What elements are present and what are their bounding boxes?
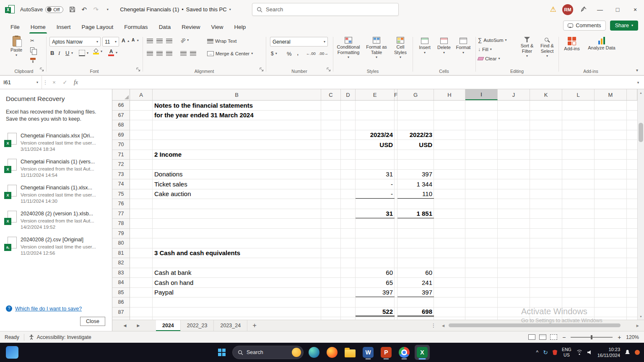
recovery-file-item[interactable]: XChengetai Financials (1).xlsx...Version…	[4, 185, 108, 205]
clock[interactable]: 10:23 16/11/2024	[597, 346, 620, 359]
comma-style-button[interactable]: ,	[297, 49, 299, 57]
volume-icon[interactable]	[587, 350, 593, 355]
fill-color-button[interactable]: ▾	[93, 49, 102, 54]
recovery-file-item[interactable]: XChengetai Financials.xlsx [Ori...Versio…	[4, 133, 108, 153]
column-header-I[interactable]: I	[465, 89, 498, 100]
taskbar-app-chrome[interactable]	[397, 345, 412, 360]
cell-F77[interactable]: 31	[356, 209, 395, 219]
cell-B75[interactable]: Cake auction	[153, 189, 191, 199]
cell-F70[interactable]: USD	[356, 140, 395, 150]
increase-indent-button[interactable]	[190, 51, 196, 56]
page-layout-view-icon[interactable]	[539, 334, 546, 340]
notifications-bell-icon[interactable]	[625, 350, 630, 355]
number-dialog-launcher[interactable]	[327, 67, 331, 73]
comments-button[interactable]: Comments	[563, 21, 605, 31]
decrease-indent-button[interactable]	[180, 51, 187, 56]
insert-cells-button[interactable]: Insert ▾	[416, 38, 434, 54]
cell-F87[interactable]: 522	[356, 308, 395, 317]
undo-button[interactable]: ↶	[78, 3, 90, 16]
decrease-decimal-button[interactable]: .00→	[319, 51, 328, 56]
language-indicator[interactable]: ENG US	[562, 347, 571, 357]
italic-button[interactable]: I	[58, 50, 60, 57]
network-icon[interactable]	[576, 350, 583, 355]
grid-body[interactable]: 66Notes to the financial statements67for…	[112, 101, 637, 320]
underline-button[interactable]: U	[65, 50, 69, 56]
page-break-view-icon[interactable]	[550, 334, 557, 340]
row-header-66[interactable]: 66	[112, 101, 130, 111]
column-header-J[interactable]: J	[498, 89, 530, 100]
hscroll-right-arrow[interactable]: ▶	[636, 320, 639, 331]
name-box-resize-handle[interactable]: ⋮	[42, 76, 49, 89]
security-alert-icon[interactable]	[553, 350, 557, 355]
row-header-81[interactable]: 81	[112, 248, 130, 259]
column-header-C[interactable]: C	[321, 89, 341, 100]
zoom-level[interactable]: 120%	[626, 334, 639, 340]
row-header-77[interactable]: 77	[112, 209, 130, 219]
search-box[interactable]: Search	[252, 3, 399, 16]
excel-logo-icon[interactable]: X	[5, 5, 15, 15]
cell-B83[interactable]: Cash at bank	[153, 268, 191, 278]
align-right-button[interactable]	[166, 51, 172, 56]
grow-font-button[interactable]: A▲	[122, 38, 130, 43]
cell-G73[interactable]: 397	[397, 170, 434, 179]
format-painter-button[interactable]	[30, 58, 36, 60]
notification-badge-icon[interactable]	[635, 350, 640, 355]
ribbon-tab-page-layout[interactable]: Page Layout	[76, 21, 119, 34]
start-button[interactable]	[214, 345, 229, 360]
clear-button[interactable]: Clear▾	[478, 56, 500, 61]
ribbon-tab-review[interactable]: Review	[176, 21, 205, 34]
merge-center-button[interactable]: ↔ Merge & Center ▾	[207, 51, 253, 56]
taskbar-search[interactable]: Search	[232, 346, 304, 359]
widgets-icon[interactable]	[6, 346, 18, 359]
row-header-80[interactable]: 80	[112, 238, 130, 248]
row-header-84[interactable]: 84	[112, 278, 130, 288]
redo-button[interactable]: ↷	[90, 3, 101, 16]
cut-button[interactable]: ✂	[30, 38, 34, 44]
row-header-68[interactable]: 68	[112, 120, 130, 130]
cell-B66[interactable]: Notes to the financial statements	[153, 101, 253, 110]
normal-view-icon[interactable]	[528, 334, 535, 340]
cell-F74[interactable]: -	[356, 179, 395, 189]
enter-formula-button[interactable]: ✓	[60, 76, 70, 89]
paste-button[interactable]: Paste ▾	[7, 36, 26, 57]
taskbar-app-word[interactable]: W	[361, 345, 376, 360]
clipboard-dialog-launcher[interactable]	[40, 67, 44, 73]
taskbar-app-powerpoint[interactable]: P	[379, 345, 394, 360]
document-title[interactable]: Chengetai Financials (1) • Saved to this…	[120, 6, 231, 13]
analyze-data-button[interactable]: Analyze Data	[587, 37, 616, 51]
cell-B71[interactable]: 2 Income	[153, 150, 182, 160]
sheet-tab-2023_24[interactable]: 2023_24	[214, 320, 247, 331]
column-header-K[interactable]: K	[530, 89, 562, 100]
cell-F73[interactable]: 31	[356, 170, 395, 179]
row-header-83[interactable]: 83	[112, 268, 130, 278]
column-header-A[interactable]: A	[130, 89, 153, 100]
tray-chevron-up-icon[interactable]: ^	[536, 349, 539, 355]
cell-B85[interactable]: Paypal	[153, 288, 174, 297]
cell-G87[interactable]: 698	[397, 308, 434, 317]
zoom-slider[interactable]	[571, 337, 613, 338]
prev-sheet-arrow[interactable]: ◀	[119, 320, 131, 331]
ribbon-tab-insert[interactable]: Insert	[51, 21, 76, 34]
row-header-71[interactable]: 71	[112, 150, 130, 160]
cell-F84[interactable]: 65	[356, 278, 395, 287]
row-header-87[interactable]: 87	[112, 308, 130, 318]
recovery-file-item[interactable]: a,20240208 (2).csv [Original]Version cre…	[4, 237, 108, 257]
cell-B67[interactable]: for the year ended 31 March 2024	[153, 111, 254, 120]
sheet-tab-menu-icon[interactable]: ⋮	[431, 320, 436, 331]
autosave-toggle[interactable]: Off	[45, 6, 63, 13]
ribbon-tab-file[interactable]: File	[5, 21, 25, 34]
maximize-button[interactable]: □	[609, 0, 626, 19]
font-size-select[interactable]: 11▾	[102, 37, 119, 47]
formula-input[interactable]	[81, 76, 632, 89]
shrink-font-button[interactable]: A▼	[132, 38, 139, 42]
column-header-D[interactable]: D	[341, 89, 356, 100]
taskbar-app-firefox[interactable]	[325, 345, 340, 360]
center-button[interactable]	[156, 51, 163, 56]
font-name-select[interactable]: Aptos Narrow▾	[49, 37, 101, 47]
row-header-74[interactable]: 74	[112, 179, 130, 189]
cell-G85[interactable]: 397	[397, 288, 434, 297]
pin-icon[interactable]	[580, 6, 587, 13]
close-pane-button[interactable]: Close	[80, 317, 105, 326]
row-header-85[interactable]: 85	[112, 288, 130, 298]
format-cells-button[interactable]: Format ▾	[454, 38, 472, 54]
